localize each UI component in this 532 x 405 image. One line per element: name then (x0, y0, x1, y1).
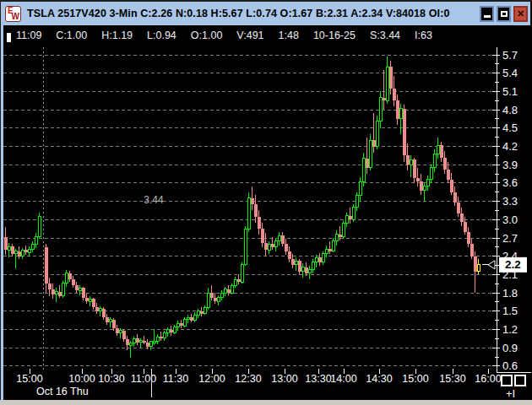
app-icon[interactable]: E W (5, 6, 21, 22)
price-axis-label: 5.1 (502, 85, 518, 98)
candle (274, 241, 277, 247)
candle (200, 311, 204, 314)
candle (92, 299, 95, 307)
candle (210, 293, 214, 298)
candle (332, 241, 334, 251)
minimize-icon (484, 15, 491, 18)
candle (28, 249, 30, 252)
price-axis-label: 4.8 (502, 104, 518, 116)
corner-box-button-1[interactable] (502, 375, 512, 386)
candle (372, 140, 376, 146)
window-border-bottom (0, 400, 532, 405)
candle (170, 330, 173, 333)
candle (325, 249, 328, 254)
candle (241, 265, 243, 282)
candle (173, 327, 176, 333)
candle (95, 307, 99, 310)
candle (399, 109, 402, 119)
candle (89, 299, 91, 301)
close-button[interactable]: ✕ (513, 6, 528, 22)
candle (386, 67, 388, 100)
candle (349, 216, 352, 219)
candle (156, 337, 159, 342)
corner-box-button-2[interactable] (515, 375, 525, 386)
candle (149, 342, 152, 347)
candle (342, 224, 345, 237)
candle (389, 67, 393, 88)
candle (180, 323, 183, 326)
candle (18, 251, 21, 256)
price-axis-label: 3.9 (502, 159, 518, 171)
candle (258, 217, 261, 229)
candle (335, 235, 338, 241)
candle (109, 320, 111, 322)
window-title: TSLA 2517V420 3-Min C:2.26 N:0.18 H:5.67… (27, 8, 477, 19)
candle (99, 309, 101, 311)
candle (153, 342, 155, 343)
price-axis-label: 3.3 (502, 195, 518, 208)
candle (406, 155, 410, 165)
candle (62, 284, 64, 296)
candle (197, 311, 199, 315)
candle (460, 213, 464, 222)
candle (393, 89, 396, 100)
price-axis-label: 0.9 (502, 342, 518, 354)
candle (190, 317, 193, 321)
candle (193, 315, 196, 321)
current-price-arrow-icon (488, 261, 495, 269)
time-label: 13:00 (271, 373, 297, 385)
candle (477, 265, 480, 272)
text-cursor-button[interactable]: +I (506, 387, 515, 400)
candle (82, 288, 85, 298)
candle (4, 237, 8, 251)
candle (440, 145, 443, 157)
candle (183, 320, 186, 326)
candle (433, 154, 436, 168)
candle (143, 341, 146, 343)
candle (420, 181, 423, 190)
candle (403, 109, 406, 156)
time-label: 14:00 (330, 373, 356, 385)
info-bar: 11:09C:1.00H:1.19L:0.94O:1.00V:4911:4810… (3, 25, 532, 46)
candle (430, 168, 432, 180)
candle (467, 232, 470, 244)
candle (220, 293, 223, 298)
candle (396, 100, 399, 119)
candle (410, 159, 412, 165)
candle (146, 343, 149, 346)
minimize-button[interactable] (480, 6, 494, 22)
candle (376, 121, 378, 146)
candle (298, 261, 301, 271)
candle (106, 317, 109, 322)
candle (308, 270, 311, 273)
candle (447, 170, 450, 180)
price-axis-label: 4.2 (502, 140, 518, 153)
price-axis-label: 1.5 (502, 305, 518, 317)
info-item: S:3.44 (370, 30, 400, 41)
candle (383, 98, 386, 101)
candle (11, 246, 14, 254)
candle (285, 244, 288, 251)
candle (312, 262, 314, 270)
bar-marker-icon (7, 33, 11, 42)
candle (254, 204, 258, 216)
candle (426, 180, 429, 186)
time-label: 15:00 (16, 373, 42, 385)
candle (224, 289, 226, 293)
maximize-button[interactable] (497, 6, 511, 22)
window-border-left (0, 2, 3, 400)
candle (166, 330, 169, 333)
time-label: 13:30 (305, 373, 331, 385)
candle (339, 235, 342, 237)
title-bar[interactable]: E W TSLA 2517V420 3-Min C:2.26 N:0.18 H:… (1, 2, 530, 25)
candle (261, 229, 264, 243)
candle (204, 307, 206, 313)
price-axis-label: 1.2 (502, 323, 518, 336)
candle (278, 235, 280, 241)
candle (464, 222, 467, 232)
candle (38, 217, 41, 237)
chart-plot[interactable]: 3.445.75.45.14.84.54.23.93.63.33.02.72.4… (0, 46, 532, 400)
candle (457, 202, 460, 213)
info-item: L:0.94 (147, 30, 176, 41)
price-axis-label: 2.7 (502, 232, 518, 245)
